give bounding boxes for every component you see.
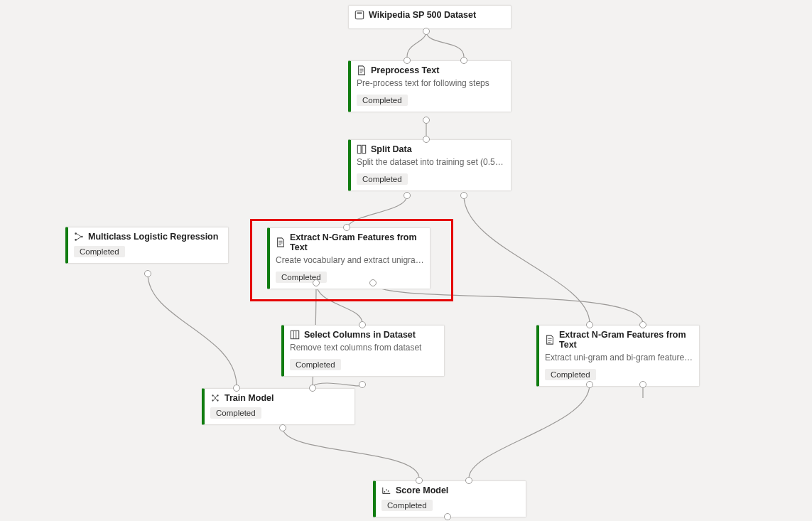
status-badge: Completed [357, 173, 408, 185]
node-split-data[interactable]: Split Data Split the dataset into traini… [348, 139, 511, 191]
port-out[interactable] [144, 270, 151, 277]
port-in[interactable] [423, 136, 430, 143]
status-badge: Completed [74, 246, 125, 257]
port-in[interactable] [233, 385, 240, 392]
node-title: Preprocess Text [371, 65, 439, 75]
port-in[interactable] [465, 477, 472, 484]
status-badge: Completed [357, 95, 408, 106]
node-score-model[interactable]: Score Model Completed [373, 480, 526, 517]
status-badge: Completed [381, 500, 433, 511]
node-description: Extract uni-gram and bi-gram features wi… [545, 353, 693, 363]
port-in[interactable] [586, 321, 593, 328]
node-train-model[interactable]: Train Model Completed [202, 388, 355, 425]
port-out[interactable] [423, 28, 430, 35]
pipeline-canvas[interactable]: Wikipedia SP 500 Dataset Preprocess Text… [0, 0, 812, 521]
svg-rect-7 [291, 331, 298, 338]
model-icon [74, 232, 84, 242]
port-out[interactable] [279, 424, 286, 431]
status-badge: Completed [545, 369, 596, 380]
node-description: Split the dataset into training set (0.5… [357, 157, 505, 168]
node-title: Extract N-Gram Features from Text [559, 330, 693, 350]
node-title: Multiclass Logistic Regression [88, 232, 218, 242]
node-title: Wikipedia SP 500 Dataset [369, 10, 476, 20]
dataset-icon [354, 10, 364, 20]
node-description: Create vocabulary and extract unigram an… [276, 255, 424, 266]
node-preprocess-text[interactable]: Preprocess Text Pre-process text for fol… [348, 60, 511, 112]
svg-rect-2 [357, 145, 361, 153]
svg-point-14 [388, 490, 389, 492]
svg-rect-0 [355, 11, 363, 18]
port-out[interactable] [460, 192, 467, 199]
node-title: Split Data [371, 144, 412, 154]
status-badge: Completed [290, 359, 341, 370]
node-title: Select Columns in Dataset [304, 330, 416, 340]
port-in[interactable] [343, 224, 350, 231]
svg-point-13 [386, 489, 387, 490]
document-icon [357, 65, 367, 75]
svg-rect-3 [362, 145, 366, 153]
port-out[interactable] [423, 117, 430, 124]
split-icon [357, 144, 367, 154]
score-icon [381, 485, 391, 495]
port-in[interactable] [359, 321, 366, 328]
node-title: Train Model [224, 393, 274, 403]
node-multiclass-logistic-regression[interactable]: Multiclass Logistic Regression Completed [65, 227, 229, 264]
port-in[interactable] [309, 385, 316, 392]
node-extract-ngram-features-1[interactable]: Extract N-Gram Features from Text Create… [267, 227, 431, 289]
port-in[interactable] [404, 57, 411, 64]
node-title: Score Model [396, 485, 448, 495]
node-wikipedia-sp500-dataset[interactable]: Wikipedia SP 500 Dataset [348, 5, 511, 29]
port-out[interactable] [444, 513, 451, 520]
svg-point-8 [212, 394, 213, 396]
status-badge: Completed [210, 407, 261, 419]
svg-point-12 [384, 491, 386, 493]
svg-point-11 [217, 399, 218, 401]
port-out[interactable] [404, 192, 411, 199]
node-title: Extract N-Gram Features from Text [290, 232, 424, 252]
port-in[interactable] [639, 321, 646, 328]
svg-point-10 [217, 394, 218, 396]
port-out[interactable] [359, 381, 366, 388]
columns-icon [290, 330, 300, 340]
node-extract-ngram-features-2[interactable]: Extract N-Gram Features from Text Extrac… [536, 325, 700, 387]
port-out[interactable] [313, 279, 320, 286]
document-icon [545, 335, 555, 345]
port-in[interactable] [460, 57, 467, 64]
node-description: Pre-process text for following steps [357, 78, 505, 89]
port-in[interactable] [416, 477, 423, 484]
document-icon [276, 237, 286, 247]
port-out[interactable] [369, 279, 377, 286]
port-out[interactable] [586, 381, 593, 388]
node-description: Remove text columns from dataset [290, 343, 438, 353]
train-icon [210, 393, 220, 403]
svg-rect-1 [357, 13, 362, 14]
port-out[interactable] [639, 381, 646, 388]
node-select-columns-in-dataset[interactable]: Select Columns in Dataset Remove text co… [281, 325, 445, 377]
svg-point-9 [212, 399, 213, 401]
